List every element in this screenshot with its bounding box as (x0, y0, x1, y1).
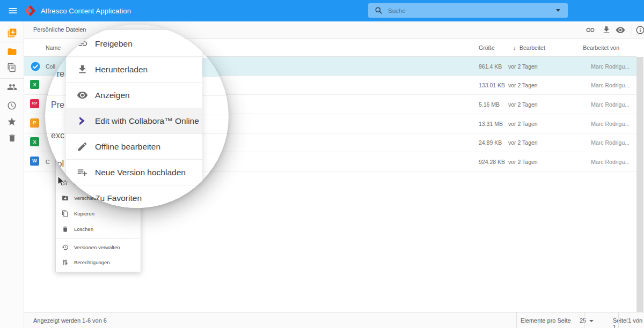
info-button[interactable] (635, 25, 644, 35)
items-per-page-value[interactable]: 25 (580, 317, 586, 324)
menu-divider (56, 238, 141, 238)
people-icon (7, 82, 17, 92)
footer-divider (618, 312, 619, 328)
file-modified: vor 2 Tagen (508, 159, 538, 165)
breadcrumb[interactable]: Persönliche Dateien (33, 26, 86, 33)
column-header-size[interactable]: Größe (479, 44, 495, 51)
excel-file-icon: X (30, 137, 39, 146)
search-input[interactable] (388, 8, 556, 14)
clock-icon (7, 101, 17, 110)
magnified-filename-fragment: Pre (51, 100, 64, 110)
menu-item-copy[interactable]: Kopieren (56, 206, 141, 221)
toolbar-divider (632, 25, 632, 35)
collabora-icon (77, 115, 88, 126)
folder-icon (7, 47, 17, 57)
trash-icon (62, 226, 69, 233)
column-header-modified[interactable]: Bearbeitet (519, 44, 545, 51)
chevron-right-icon (634, 316, 643, 325)
upload-version-icon (77, 167, 88, 178)
hamburger-menu-icon[interactable] (6, 4, 19, 17)
file-modified: vor 2 Tagen (508, 82, 538, 88)
range-label: Angezeigt werden 1-6 von 6 (33, 317, 107, 324)
app-title: Alfresco Content Application (41, 7, 131, 15)
next-page-button[interactable] (634, 316, 643, 325)
column-header-modified-by[interactable]: Bearbeitet von (583, 44, 619, 51)
sidebar-item-personal-files[interactable] (0, 43, 24, 59)
share-link-button[interactable] (586, 25, 595, 35)
pdf-file-icon: PDF (30, 99, 39, 108)
menu-item-view[interactable]: Anzeigen (66, 83, 202, 108)
sidebar (0, 21, 24, 328)
copy-icon (62, 210, 69, 217)
menu-item-upload-new-version[interactable]: Neue Version hochladen (66, 160, 202, 185)
search-bar[interactable] (368, 3, 568, 18)
file-modified-by: Marc Rodrigu... (591, 63, 630, 70)
file-size: 5.16 MB (479, 101, 500, 108)
info-icon (635, 25, 644, 35)
footer-divider (516, 312, 517, 328)
sliders-icon (62, 259, 69, 266)
star-icon (7, 117, 17, 126)
file-size: 24.89 KB (479, 139, 502, 146)
per-page-caret-icon[interactable] (589, 320, 594, 322)
file-modified: vor 2 Tagen (508, 139, 538, 146)
menu-item-manage-versions[interactable]: Versionen verwalten (56, 240, 141, 255)
chevron-left-icon (623, 316, 632, 325)
libraries-icon (7, 63, 17, 72)
word-file-icon: W (30, 156, 39, 166)
footer-divider (584, 312, 585, 328)
menu-item-edit-collabora[interactable]: Edit with Collabora™ Online (66, 108, 202, 134)
column-header-name[interactable]: Name (46, 44, 61, 51)
powerpoint-file-icon: P (30, 118, 39, 128)
file-modified-by: Marc Rodrigu... (591, 139, 630, 146)
menu-item-download[interactable]: Herunterladen (66, 57, 202, 83)
sidebar-item-favorites[interactable] (0, 114, 24, 130)
previous-page-button[interactable] (623, 316, 632, 325)
file-modified: vor 2 Tagen (508, 121, 538, 127)
sidebar-item-libraries[interactable] (0, 59, 24, 76)
file-modified-by: Marc Rodrigu... (591, 101, 630, 108)
sidebar-divider (0, 42, 24, 42)
download-icon (77, 64, 88, 75)
file-size: 961.4 KB (479, 63, 502, 70)
alfresco-content-application: Alfresco Content Application (0, 0, 644, 328)
sidebar-item-shared[interactable] (0, 79, 24, 95)
pagination-footer: Angezeigt werden 1-6 von 6 Elemente pro … (24, 312, 644, 328)
file-name: Coll (46, 63, 55, 70)
search-options-caret-icon[interactable] (556, 9, 560, 12)
link-icon (586, 25, 595, 35)
sort-descending-icon[interactable]: ↓ (513, 44, 516, 51)
view-button[interactable] (616, 25, 625, 35)
download-button[interactable] (602, 25, 611, 35)
file-size: 133.01 KB (479, 82, 505, 88)
file-modified: vor 2 Tagen (508, 101, 538, 108)
menu-item-permissions[interactable]: Berechtigungen (56, 255, 141, 270)
file-modified: vor 2 Tagen (508, 63, 538, 70)
folder-move-icon (62, 195, 69, 202)
file-size: 13.31 MB (479, 121, 503, 127)
new-button[interactable] (0, 25, 24, 41)
menu-item-delete[interactable]: Löschen (56, 221, 141, 236)
excel-file-icon: X (30, 80, 39, 89)
file-size: 924.28 KB (479, 159, 505, 165)
eye-icon (616, 25, 625, 35)
alfresco-logo-icon (24, 4, 36, 17)
add-file-icon (7, 28, 17, 38)
magnified-filename-fragment: exc (51, 131, 64, 140)
file-modified-by: Marc Rodrigu... (591, 159, 630, 165)
menu-item-edit-offline[interactable]: Offline bearbeiten (66, 134, 202, 160)
app-header: Alfresco Content Application (0, 0, 644, 21)
pencil-icon (77, 141, 88, 152)
magnifier-bubble: Pre Pre exc Col Freigeben Herunterladen … (45, 25, 229, 208)
download-icon (602, 25, 611, 35)
selected-check-icon[interactable] (30, 61, 41, 72)
file-modified-by: Marc Rodrigu... (591, 82, 630, 88)
trash-icon (8, 133, 17, 143)
eye-icon (77, 90, 88, 101)
file-modified-by: Marc Rodrigu... (591, 121, 630, 127)
sidebar-item-recent-files[interactable] (0, 98, 24, 114)
mouse-cursor (57, 176, 66, 190)
sidebar-item-trash[interactable] (0, 130, 24, 146)
items-per-page-label: Elemente pro Seite (521, 317, 571, 324)
vertical-scrollbar[interactable] (636, 57, 643, 312)
